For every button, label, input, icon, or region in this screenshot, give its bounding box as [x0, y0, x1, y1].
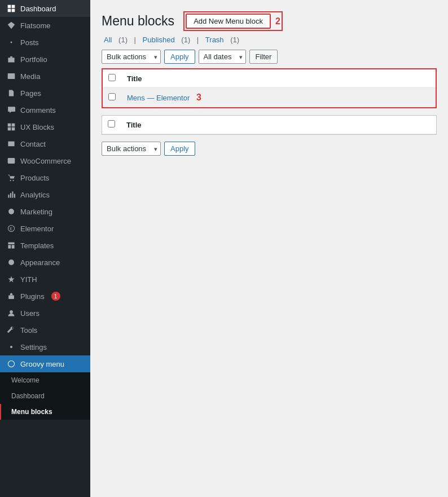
sidebar-item-label: Contact — [20, 140, 46, 148]
top-toolbar: Bulk actions Apply All dates Filter — [102, 50, 437, 64]
tools-icon — [7, 326, 16, 335]
sidebar-item-label: Pages — [20, 89, 41, 98]
sidebar-item-label: WooCommerce — [20, 157, 71, 165]
media-icon — [7, 72, 16, 81]
sidebar-item-templates[interactable]: Templates — [0, 237, 90, 254]
filter-published-link[interactable]: Published — [140, 36, 177, 44]
annotation-2: 2 — [275, 16, 280, 27]
elementor-icon: E — [7, 224, 16, 233]
row-title-cell: Mens — Elementor 3 — [121, 88, 436, 108]
svg-rect-20 — [12, 191, 13, 197]
sidebar-item-label: Analytics — [20, 191, 50, 199]
sidebar-item-label: Products — [20, 174, 49, 182]
items-table-top: Title Mens — Elementor 3 — [103, 69, 436, 107]
svg-rect-10 — [12, 124, 15, 127]
groovy-icon — [7, 359, 16, 368]
svg-point-14 — [10, 162, 11, 163]
bulk-actions-select-wrapper: Bulk actions — [102, 50, 161, 64]
pages-icon — [7, 89, 16, 98]
sidebar-item-products[interactable]: Products — [0, 169, 90, 186]
svg-text:E: E — [10, 227, 12, 231]
svg-marker-4 — [8, 22, 15, 29]
svg-point-26 — [10, 310, 13, 314]
submenu-item-menu-blocks[interactable]: Menu blocks — [0, 404, 90, 420]
apply-button-top[interactable]: Apply — [164, 50, 195, 64]
sidebar-item-dashboard[interactable]: Dashboard — [0, 0, 90, 17]
select-all-checkbox-bottom[interactable] — [108, 120, 115, 127]
sidebar-item-label: Dashboard — [20, 5, 56, 13]
add-new-block: Add New Menu block 2 — [183, 11, 283, 31]
bulk-actions-select[interactable]: Bulk actions — [102, 50, 161, 64]
sidebar-item-appearance[interactable]: Appearance — [0, 254, 90, 271]
sidebar-item-elementor[interactable]: E Elementor — [0, 220, 90, 237]
svg-point-5 — [11, 42, 12, 43]
portfolio-icon — [7, 55, 16, 64]
svg-point-16 — [10, 180, 11, 181]
row-checkbox[interactable] — [108, 93, 116, 100]
marketing-icon — [7, 207, 16, 216]
sidebar-item-tools[interactable]: Tools — [0, 322, 90, 338]
sidebar-item-label: Portfolio — [20, 55, 47, 64]
table-row: Mens — Elementor 3 — [103, 88, 436, 108]
sidebar-item-yith[interactable]: YITH — [0, 271, 90, 288]
main-content: Menu blocks Add New Menu block 2 All (1)… — [90, 0, 448, 497]
filter-trash-link[interactable]: Trash — [203, 36, 226, 44]
dashboard-icon — [7, 4, 16, 13]
svg-rect-1 — [12, 5, 15, 8]
sidebar-item-analytics[interactable]: Analytics — [0, 186, 90, 203]
svg-rect-12 — [12, 127, 15, 131]
submenu-item-welcome[interactable]: Welcome — [0, 372, 90, 388]
sidebar-item-users[interactable]: Users — [0, 305, 90, 322]
bulk-actions-bottom-select[interactable]: Bulk actions — [102, 142, 161, 156]
bulk-actions-bottom-select-wrapper: Bulk actions — [102, 142, 161, 156]
sidebar-item-label: Settings — [20, 343, 47, 351]
annotation-3: 3 — [196, 93, 201, 102]
filter-all-link[interactable]: All — [102, 36, 114, 44]
filter-button[interactable]: Filter — [249, 50, 278, 64]
sidebar-item-flatsome[interactable]: Flatsome — [0, 17, 90, 34]
contact-icon — [7, 139, 16, 148]
sidebar-item-label: Tools — [20, 326, 37, 335]
items-table-bottom: Title — [102, 116, 436, 134]
add-new-menu-block-button[interactable]: Add New Menu block — [186, 14, 271, 29]
sidebar-item-woocommerce[interactable]: WooCommerce — [0, 152, 90, 169]
sidebar-item-media[interactable]: Media — [0, 68, 90, 85]
sidebar-item-label: Users — [20, 309, 39, 318]
sidebar-item-plugins[interactable]: Plugins 1 — [0, 288, 90, 305]
sidebar-item-comments[interactable]: Comments — [0, 102, 90, 118]
sidebar-item-label: Appearance — [20, 258, 60, 267]
sidebar: Dashboard Flatsome Posts Portfolio Media… — [0, 0, 90, 497]
svg-rect-13 — [8, 158, 15, 164]
svg-point-15 — [12, 162, 13, 163]
filter-trash-count: (1) — [230, 36, 239, 44]
plugins-badge: 1 — [51, 292, 60, 301]
svg-point-17 — [12, 180, 14, 181]
sidebar-item-groovy-menu[interactable]: Groovy menu — [0, 355, 90, 372]
bottom-toolbar: Bulk actions Apply — [102, 142, 437, 156]
sidebar-item-ux-blocks[interactable]: UX Blocks — [0, 118, 90, 135]
select-all-checkbox-top[interactable] — [108, 74, 116, 81]
plugins-icon — [7, 292, 16, 301]
products-icon — [7, 173, 16, 182]
submenu-item-dashboard[interactable]: Dashboard — [0, 388, 90, 404]
apply-button-bottom[interactable]: Apply — [164, 142, 195, 156]
sidebar-item-pages[interactable]: Pages — [0, 85, 90, 102]
sidebar-item-label: Comments — [20, 106, 56, 115]
appearance-icon — [7, 258, 16, 267]
top-table-container: Title Mens — Elementor 3 — [102, 68, 437, 108]
submenu-item-label: Welcome — [11, 376, 39, 384]
svg-rect-21 — [14, 194, 15, 198]
sidebar-item-marketing[interactable]: Marketing — [0, 203, 90, 220]
sidebar-item-contact[interactable]: Contact — [0, 135, 90, 152]
svg-rect-6 — [8, 58, 14, 62]
row-title-link[interactable]: Mens — Elementor — [127, 94, 190, 102]
sidebar-item-label: Marketing — [20, 208, 52, 216]
users-icon — [7, 309, 16, 318]
all-dates-select[interactable]: All dates — [199, 50, 246, 64]
yith-icon — [7, 275, 16, 284]
sidebar-item-posts[interactable]: Posts — [0, 34, 90, 51]
sidebar-item-portfolio[interactable]: Portfolio — [0, 51, 90, 68]
sidebar-item-settings[interactable]: Settings — [0, 338, 90, 355]
sidebar-item-label: Plugins — [20, 292, 45, 301]
sidebar-item-label: YITH — [20, 275, 37, 284]
